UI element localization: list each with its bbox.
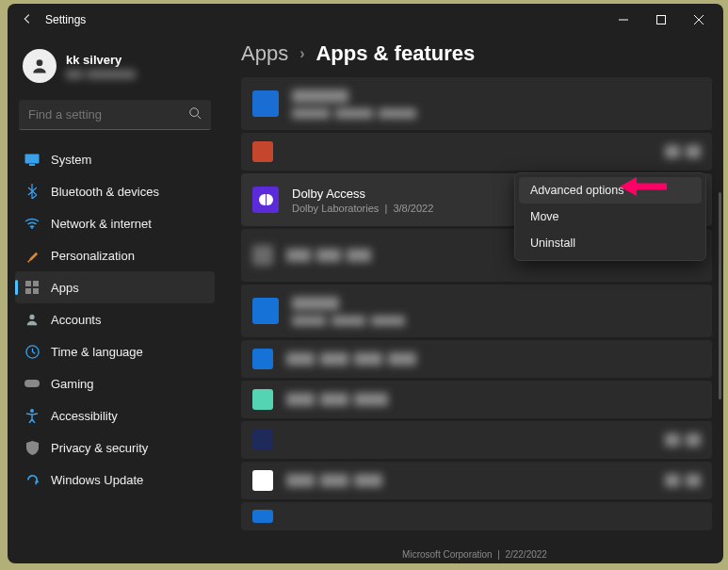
app-row[interactable] <box>241 133 712 171</box>
nav-time[interactable]: Time & language <box>15 335 215 367</box>
sidebar: kk silvery System Bluetooth & devices Ne… <box>8 36 226 563</box>
app-icon <box>252 389 273 410</box>
app-row[interactable] <box>241 381 712 418</box>
app-icon <box>252 510 273 523</box>
close-button[interactable] <box>680 6 718 34</box>
nav-gaming[interactable]: Gaming <box>15 367 215 399</box>
app-row[interactable] <box>241 502 712 530</box>
context-menu: Advanced options Move Uninstall <box>514 172 706 261</box>
svg-rect-8 <box>29 164 35 166</box>
svg-rect-11 <box>33 281 39 286</box>
app-icon <box>252 298 279 324</box>
nav-bluetooth[interactable]: Bluetooth & devices <box>15 175 215 207</box>
svg-point-5 <box>190 107 199 116</box>
person-icon <box>24 312 40 327</box>
profile-block[interactable]: kk silvery <box>15 43 215 96</box>
app-icon <box>252 470 273 491</box>
nav-accessibility[interactable]: Accessibility <box>15 399 215 432</box>
nav-network[interactable]: Network & internet <box>15 207 215 239</box>
chevron-right-icon: › <box>299 45 304 62</box>
wifi-icon <box>24 216 40 231</box>
svg-point-9 <box>31 227 33 229</box>
menu-move[interactable]: Move <box>519 204 702 230</box>
annotation-arrow-icon <box>620 175 667 198</box>
bluetooth-icon <box>24 184 40 199</box>
svg-rect-1 <box>657 16 666 24</box>
svg-point-17 <box>30 409 34 413</box>
brush-icon <box>24 248 40 263</box>
display-icon <box>24 152 40 167</box>
profile-name: kk silvery <box>66 53 136 67</box>
maximize-button[interactable] <box>642 6 680 34</box>
app-icon <box>252 141 273 162</box>
svg-rect-10 <box>25 281 31 286</box>
accessibility-icon <box>24 408 40 423</box>
app-row[interactable] <box>241 340 712 378</box>
page-title: Apps & features <box>315 41 475 66</box>
menu-uninstall[interactable]: Uninstall <box>519 230 702 256</box>
back-button[interactable] <box>13 12 41 28</box>
app-row[interactable] <box>241 421 712 459</box>
svg-point-4 <box>37 59 43 66</box>
svg-rect-12 <box>25 288 31 294</box>
search-box[interactable] <box>19 100 211 130</box>
footer: Microsoft Corporation | 2/22/2022 <box>402 549 547 560</box>
dolby-icon <box>252 187 279 213</box>
gaming-icon <box>24 376 40 391</box>
svg-rect-7 <box>25 154 40 163</box>
app-row[interactable] <box>241 462 712 499</box>
search-icon <box>188 106 202 123</box>
svg-line-6 <box>198 115 202 119</box>
svg-point-14 <box>29 315 34 319</box>
breadcrumb-apps[interactable]: Apps <box>241 41 288 66</box>
apps-icon <box>24 280 40 295</box>
svg-rect-16 <box>24 380 40 387</box>
app-icon <box>252 430 273 450</box>
nav-update[interactable]: Windows Update <box>15 464 215 496</box>
search-input[interactable] <box>28 107 188 122</box>
nav-privacy[interactable]: Privacy & security <box>15 432 215 464</box>
update-icon <box>24 472 40 487</box>
nav-accounts[interactable]: Accounts <box>15 303 215 335</box>
nav-system[interactable]: System <box>15 143 215 175</box>
app-icon <box>252 245 273 266</box>
nav-list: System Bluetooth & devices Network & int… <box>15 143 215 496</box>
breadcrumb: Apps › Apps & features <box>241 41 723 66</box>
clock-icon <box>24 344 40 359</box>
nav-personalization[interactable]: Personalization <box>15 239 215 271</box>
app-icon <box>252 349 273 369</box>
scrollbar-thumb[interactable] <box>719 192 721 399</box>
scrollbar[interactable] <box>717 79 721 556</box>
svg-rect-13 <box>33 288 39 294</box>
shield-icon <box>24 440 40 455</box>
main-pane: Apps › Apps & features Do <box>226 36 723 563</box>
settings-window: Settings kk silvery System <box>8 4 723 563</box>
nav-apps[interactable]: Apps <box>15 271 215 303</box>
minimize-button[interactable] <box>605 6 642 34</box>
app-row[interactable] <box>241 285 712 337</box>
titlebar: Settings <box>8 4 723 36</box>
app-icon <box>252 90 279 117</box>
profile-email <box>66 70 136 79</box>
avatar <box>23 49 57 83</box>
menu-advanced-options[interactable]: Advanced options <box>519 177 702 204</box>
app-row[interactable] <box>241 77 712 130</box>
app-list: Dolby Access Dolby Laboratories | 3/8/20… <box>241 77 723 530</box>
window-title: Settings <box>45 13 86 26</box>
